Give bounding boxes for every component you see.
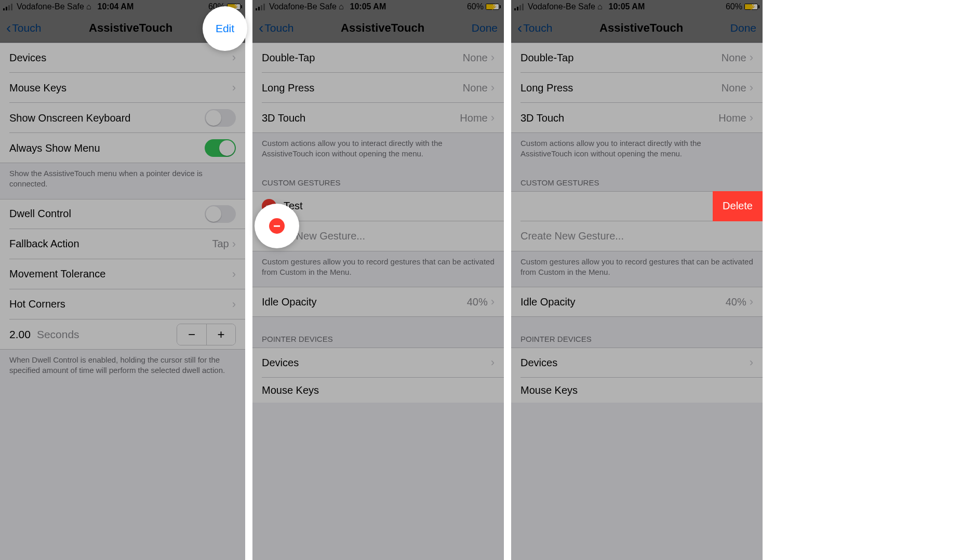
- chevron-right-icon: ›: [491, 295, 495, 309]
- cell-label: Devices: [9, 52, 232, 64]
- cell-value: Home: [718, 112, 746, 124]
- row-double-tap[interactable]: Double-Tap None ›: [511, 43, 763, 73]
- switch-off[interactable]: [205, 109, 236, 127]
- cell-value: None: [722, 82, 746, 94]
- seconds-stepper[interactable]: − +: [177, 324, 236, 345]
- row-long-press[interactable]: Long Press None ›: [511, 73, 763, 103]
- cell-label: Idle Opacity: [262, 296, 467, 308]
- cell-label: 3D Touch: [520, 112, 718, 124]
- status-time: 10:04 AM: [98, 2, 134, 11]
- chevron-right-icon: ›: [491, 81, 495, 95]
- chevron-right-icon: ›: [491, 111, 495, 125]
- nav-bar: ‹ Touch AssistiveTouch Done: [252, 14, 504, 43]
- nav-bar: ‹ Touch AssistiveTouch Done: [511, 14, 763, 43]
- row-show-onscreen-keyboard[interactable]: Show Onscreen Keyboard: [0, 103, 245, 133]
- chevron-left-icon: ‹: [517, 21, 522, 35]
- screen-delete-minus: Vodafone-Be Safe ⌂ 10:05 AM 60% ⚡ ‹ Touc…: [252, 0, 504, 560]
- section-footer: Custom gestures allow you to record gest…: [252, 251, 504, 287]
- cell-label: Idle Opacity: [520, 296, 726, 308]
- row-movement-tolerance[interactable]: Movement Tolerance ›: [0, 259, 245, 289]
- switch-on[interactable]: [205, 139, 236, 157]
- row-mouse-keys[interactable]: Mouse Keys: [252, 378, 504, 403]
- cell-value: 40%: [726, 296, 746, 308]
- stepper-minus-button[interactable]: −: [177, 324, 206, 345]
- back-button[interactable]: ‹ Touch: [517, 21, 552, 35]
- cell-value: Home: [460, 112, 487, 124]
- row-gesture-test-swiped[interactable]: st Delete: [511, 191, 763, 221]
- battery-percent: 60%: [467, 2, 484, 11]
- row-devices[interactable]: Devices ›: [0, 43, 245, 73]
- screen-delete-confirm: Vodafone-Be Safe ⌂ 10:05 AM 60% ⚡ ‹ Touc…: [511, 0, 763, 560]
- wifi-icon: ⌂: [597, 2, 603, 11]
- stepper-plus-button[interactable]: +: [206, 324, 235, 345]
- row-create-new-gesture[interactable]: Create New Gesture...: [511, 221, 763, 251]
- row-always-show-menu[interactable]: Always Show Menu: [0, 133, 245, 163]
- row-3d-touch[interactable]: 3D Touch Home ›: [511, 103, 763, 133]
- section-header-pointer-devices: POINTER DEVICES: [252, 317, 504, 348]
- screen-edit-button: Vodafone-Be Safe ⌂ 10:04 AM 60% ⚡ ‹ Touc…: [0, 0, 245, 560]
- battery-icon: ⚡: [744, 4, 759, 10]
- row-mouse-keys[interactable]: Mouse Keys: [511, 378, 763, 403]
- highlight-delete-minus: −: [255, 204, 299, 248]
- row-dwell-control[interactable]: Dwell Control: [0, 199, 245, 229]
- seconds-label: Seconds: [37, 328, 177, 341]
- chevron-left-icon: ‹: [6, 21, 11, 35]
- chevron-right-icon: ›: [232, 298, 236, 311]
- cell-label: Long Press: [520, 82, 722, 94]
- delete-button[interactable]: Delete: [713, 191, 763, 221]
- section-footer: Custom gestures allow you to record gest…: [511, 251, 763, 287]
- cell-label: Double-Tap: [262, 52, 463, 64]
- chevron-right-icon: ›: [232, 268, 236, 281]
- row-devices[interactable]: Devices ›: [252, 348, 504, 378]
- row-dwell-seconds: 2.00 Seconds − +: [0, 319, 245, 350]
- done-button[interactable]: Done: [472, 22, 498, 34]
- carrier-label: Vodafone-Be Safe: [528, 2, 595, 11]
- cell-label: Fallback Action: [9, 238, 212, 250]
- status-bar: Vodafone-Be Safe ⌂ 10:04 AM 60% ⚡: [0, 0, 245, 14]
- chevron-right-icon: ›: [750, 295, 753, 309]
- cell-value: 40%: [467, 296, 488, 308]
- row-3d-touch[interactable]: 3D Touch Home ›: [252, 103, 504, 133]
- status-time: 10:05 AM: [350, 2, 386, 11]
- row-double-tap[interactable]: Double-Tap None ›: [252, 43, 504, 73]
- row-mouse-keys[interactable]: Mouse Keys ›: [0, 73, 245, 103]
- row-devices[interactable]: Devices ›: [511, 348, 763, 378]
- edit-button[interactable]: Edit: [216, 22, 234, 35]
- wifi-icon: ⌂: [86, 2, 91, 11]
- chevron-left-icon: ‹: [259, 21, 263, 35]
- chevron-right-icon: ›: [750, 51, 753, 64]
- back-button[interactable]: ‹ Touch: [259, 21, 293, 35]
- delete-minus-icon[interactable]: −: [269, 218, 285, 234]
- back-label: Touch: [523, 22, 552, 34]
- section-header-pointer-devices: POINTER DEVICES: [511, 317, 763, 348]
- switch-off[interactable]: [205, 205, 236, 223]
- section-header-custom-gestures: CUSTOM GESTURES: [511, 169, 763, 191]
- cell-label: 3D Touch: [262, 112, 460, 124]
- cell-label: Test: [284, 200, 495, 212]
- cell-label: Mouse Keys: [262, 384, 495, 396]
- carrier-label: Vodafone-Be Safe: [269, 2, 337, 11]
- row-fallback-action[interactable]: Fallback Action Tap ›: [0, 229, 245, 259]
- cell-label: st: [511, 200, 714, 212]
- nav-title: AssistiveTouch: [341, 21, 424, 35]
- row-idle-opacity[interactable]: Idle Opacity 40% ›: [511, 287, 763, 317]
- cell-label: Mouse Keys: [9, 82, 232, 94]
- cell-value: None: [722, 52, 746, 64]
- seconds-value: 2.00: [9, 328, 31, 341]
- cell-label: Always Show Menu: [9, 142, 205, 154]
- row-idle-opacity[interactable]: Idle Opacity 40% ›: [252, 287, 504, 317]
- back-button[interactable]: ‹ Touch: [6, 21, 41, 35]
- done-button[interactable]: Done: [730, 22, 756, 34]
- cellular-signal-icon: [3, 4, 12, 10]
- cell-label: Create New Gesture...: [520, 230, 753, 242]
- cellular-signal-icon: [514, 4, 524, 10]
- row-long-press[interactable]: Long Press None ›: [252, 73, 504, 103]
- highlight-edit: Edit: [203, 6, 247, 51]
- wifi-icon: ⌂: [339, 2, 344, 11]
- back-label: Touch: [12, 22, 41, 34]
- chevron-right-icon: ›: [750, 81, 753, 95]
- cell-label: Devices: [262, 357, 491, 369]
- section-footer: Custom actions allow you to interact dir…: [511, 133, 763, 169]
- status-bar: Vodafone-Be Safe ⌂ 10:05 AM 60% ⚡: [511, 0, 763, 14]
- row-hot-corners[interactable]: Hot Corners ›: [0, 289, 245, 319]
